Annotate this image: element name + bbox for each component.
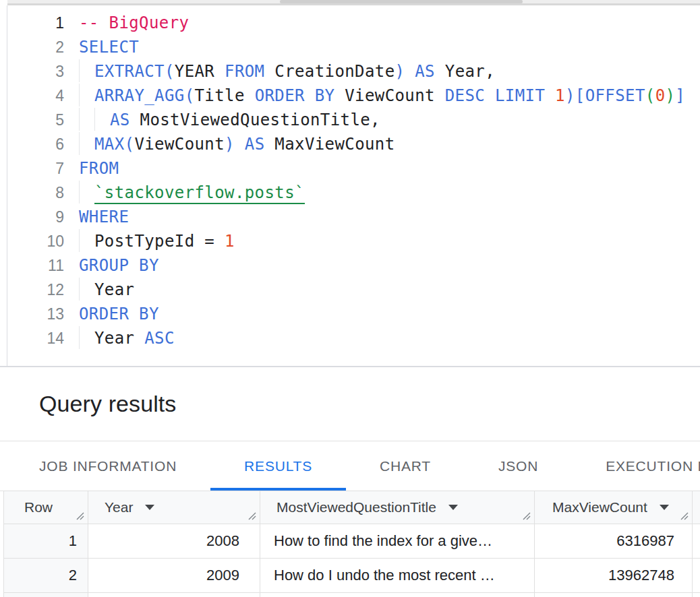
code-line: 11GROUP BY: [7, 253, 700, 278]
code-token-comment: -- BigQuery: [79, 13, 189, 32]
table-cell: 2008: [88, 524, 260, 559]
line-number: 12: [7, 278, 64, 302]
code-line: 12Year: [7, 278, 700, 302]
code-token-kw: AS: [235, 135, 265, 154]
column-label: Year: [105, 499, 133, 515]
code-token-id: PostTypeId =: [94, 232, 225, 251]
code-token-id: MostViewedQuestionTitle,: [130, 111, 380, 129]
code-line-content: MAX(ViewCount) AS MaxViewCount: [64, 132, 395, 156]
indent-guide-line: [79, 278, 94, 301]
code-token-b1: ): [225, 135, 235, 154]
code-token-id: Year: [94, 280, 134, 299]
column-header-year[interactable]: Year: [88, 491, 260, 524]
column-resize-handle[interactable]: [247, 511, 256, 520]
indent-guide-line: [79, 326, 94, 349]
code-token-id: Title: [195, 86, 255, 105]
table-row: 12008How to find the index for a give…63…: [4, 524, 700, 559]
query-results-section: Query results JOB INFORMATIONRESULTSCHAR…: [0, 367, 700, 597]
code-token-b2: (: [645, 86, 655, 105]
code-token-kw: AS: [405, 62, 435, 81]
code-line-content: -- BigQuery: [64, 11, 189, 35]
code-token-num: 0: [655, 86, 666, 105]
sort-dropdown-icon[interactable]: [448, 505, 458, 510]
code-token-kw: ORDER BY: [255, 86, 335, 105]
code-line: 3EXTRACT(YEAR FROM CreationDate) AS Year…: [7, 59, 700, 84]
column-label: MaxViewCount: [552, 499, 647, 515]
table-cell: [260, 593, 535, 597]
indent-guide-line: [79, 229, 94, 252]
code-line-content: EXTRACT(YEAR FROM CreationDate) AS Year,: [64, 59, 495, 84]
line-number: 4: [7, 84, 64, 108]
row-number-cell: 1: [4, 524, 88, 559]
sql-code-editor[interactable]: 1-- BigQuery2SELECT3EXTRACT(YEAR FROM Cr…: [7, 5, 700, 366]
code-line-content: WHERE: [64, 205, 129, 229]
code-token-kw: ASC: [144, 329, 175, 348]
code-token-kw: MAX: [94, 135, 125, 154]
code-line: 4ARRAY_AGG(Title ORDER BY ViewCount DESC…: [7, 84, 700, 108]
code-line: 1-- BigQuery: [7, 11, 700, 35]
tab-results[interactable]: RESULTS: [210, 441, 346, 491]
table-row: 22009How do I undo the most recent …1396…: [4, 559, 700, 593]
sort-dropdown-icon[interactable]: [660, 505, 669, 510]
code-line-content: Year: [64, 278, 134, 302]
tab-chart[interactable]: CHART: [346, 441, 465, 491]
column-resize-handle[interactable]: [522, 511, 531, 520]
indent-guide-line: [79, 108, 94, 131]
code-line: 14Year ASC: [7, 326, 700, 350]
table-reference-link[interactable]: `stackoverflow.posts`: [94, 183, 305, 204]
results-header: Query results: [0, 367, 700, 441]
code-token-kw: SELECT: [79, 38, 139, 57]
code-line: 6MAX(ViewCount) AS MaxViewCount: [7, 132, 700, 156]
code-line: 5AS MostViewedQuestionTitle,: [7, 108, 700, 132]
column-resize-handle[interactable]: [76, 511, 84, 520]
code-token-id: CreationDate: [264, 62, 395, 81]
table-header-row: RowYearMostViewedQuestionTitleMaxViewCou…: [4, 491, 700, 524]
code-token-id: Year: [94, 329, 144, 348]
results-table: RowYearMostViewedQuestionTitleMaxViewCou…: [3, 491, 700, 597]
code-line: 10PostTypeId = 1: [7, 229, 700, 253]
tab-job-information[interactable]: JOB INFORMATION: [5, 441, 210, 491]
code-line: 13ORDER BY: [7, 302, 700, 326]
code-token-id: ViewCount: [334, 86, 444, 105]
table-row-partial: [4, 593, 700, 597]
code-token-id: Year,: [435, 62, 495, 81]
code-token-kw: ARRAY_AGG: [94, 86, 185, 105]
line-number: 13: [7, 302, 64, 326]
column-header-mostviewedquestiontitle[interactable]: MostViewedQuestionTitle: [260, 491, 535, 524]
line-number: 6: [7, 132, 64, 156]
code-line-content: ORDER BY: [64, 302, 159, 326]
code-line: 8`stackoverflow.posts`: [7, 181, 700, 205]
column-label: MostViewedQuestionTitle: [276, 499, 436, 515]
indent-guide-line: [94, 108, 110, 131]
tab-json[interactable]: JSON: [465, 441, 572, 491]
tab-execution-details[interactable]: EXECUTION DETAILS: [572, 441, 700, 491]
line-number: 9: [7, 205, 64, 229]
code-token-kw: DESC LIMIT: [445, 86, 546, 105]
line-number: 2: [7, 35, 64, 59]
column-header-row[interactable]: Row: [4, 491, 88, 524]
code-line-content: `stackoverflow.posts`: [64, 181, 305, 205]
code-line-content: PostTypeId = 1: [64, 229, 235, 253]
table-cell: [88, 593, 260, 597]
table-cell: How to find the index for a give…: [260, 524, 535, 559]
cell-spacer: [693, 593, 700, 597]
column-label: Row: [24, 499, 53, 515]
line-number: 5: [7, 108, 64, 132]
code-line: 2SELECT: [7, 35, 700, 59]
bigquery-console-panel: { "colors": { "accent": "#1a73e8", "keyw…: [0, 0, 700, 597]
line-number: 3: [7, 59, 64, 84]
cell-spacer: [693, 524, 700, 559]
code-token-id: MaxViewCount: [265, 135, 395, 154]
sort-dropdown-icon[interactable]: [145, 505, 154, 510]
line-number: 14: [7, 326, 64, 350]
indent-guide-line: [79, 84, 94, 106]
code-line-content: ARRAY_AGG(Title ORDER BY ViewCount DESC …: [64, 84, 685, 108]
column-header-maxviewcount[interactable]: MaxViewCount: [535, 491, 693, 524]
code-token-kw: ORDER BY: [79, 305, 159, 323]
line-number: 10: [7, 229, 64, 253]
row-number-cell: 2: [4, 559, 88, 593]
results-title: Query results: [39, 391, 176, 417]
table-cell: 2009: [88, 559, 260, 593]
column-resize-handle[interactable]: [680, 511, 689, 520]
code-token-b1: (: [125, 135, 135, 154]
